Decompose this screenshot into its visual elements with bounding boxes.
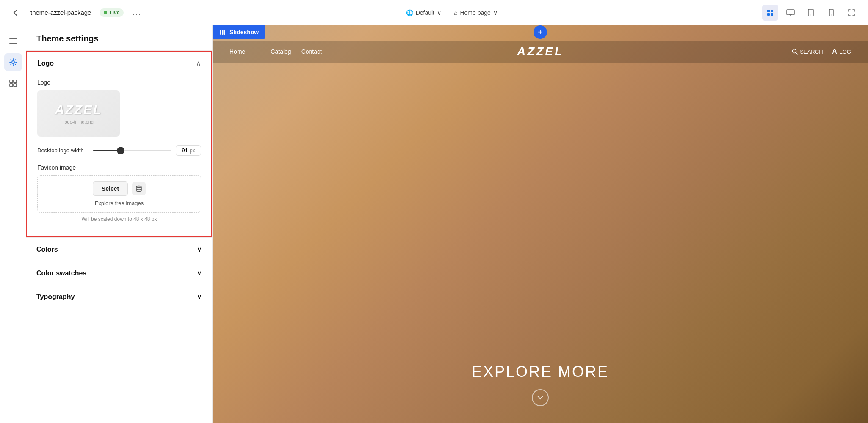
live-badge: Live <box>100 8 124 17</box>
globe-default-selector[interactable]: 🌐 Default ∨ <box>406 9 441 16</box>
favicon-select-box: Select Explore free images <box>37 175 201 213</box>
preview-navigation: Home — Catalog Contact AZZeL SEARCH <box>213 41 868 63</box>
icon-rail <box>0 25 26 423</box>
expand-view-button[interactable] <box>843 5 860 21</box>
svg-point-14 <box>12 61 14 63</box>
brand-logo: AZZeL <box>517 45 564 58</box>
favicon-select-row: Select <box>93 181 146 196</box>
logo-preview-box[interactable]: AZZeL logo-tr_ng.png <box>37 90 120 137</box>
home-icon: ⌂ <box>454 9 457 16</box>
home-page-label: Home page <box>460 9 490 16</box>
rail-menu-icon[interactable] <box>4 32 22 50</box>
logo-width-slider[interactable]: 91 px <box>93 145 201 156</box>
typography-chevron-down-icon: ∨ <box>197 293 202 301</box>
desktop-logo-width-row: Desktop logo width 91 px <box>37 145 201 156</box>
svg-rect-2 <box>767 13 770 16</box>
svg-point-25 <box>833 50 835 52</box>
color-swatches-title: Color swatches <box>36 269 86 277</box>
live-dot <box>104 11 107 14</box>
logo-section-title: Logo <box>37 60 54 67</box>
svg-point-10 <box>831 14 832 15</box>
mobile-view-button[interactable] <box>823 5 839 21</box>
svg-rect-15 <box>10 80 13 83</box>
svg-rect-22 <box>224 30 225 35</box>
svg-rect-3 <box>771 13 773 16</box>
home-page-selector[interactable]: ⌂ Home page ∨ <box>454 9 498 16</box>
select-button[interactable]: Select <box>93 181 128 196</box>
colors-title: Colors <box>36 246 58 253</box>
nav-separator: — <box>255 49 260 55</box>
settings-gear-icon[interactable] <box>4 53 22 71</box>
typography-title: Typography <box>36 293 75 301</box>
view-controls <box>762 5 860 21</box>
slider-value-box: 91 px <box>176 145 201 156</box>
logo-section-header[interactable]: Logo ∧ <box>27 52 211 75</box>
site-name: theme-azzel-package <box>30 9 91 16</box>
live-label: Live <box>109 10 119 16</box>
favicon-row: Favicon image Select <box>37 164 201 222</box>
scroll-down-button[interactable] <box>532 389 549 406</box>
svg-rect-16 <box>14 80 17 83</box>
database-icon[interactable] <box>132 182 146 195</box>
tablet-view-button[interactable] <box>803 5 819 21</box>
sections-grid-icon[interactable] <box>4 74 22 92</box>
typography-section[interactable]: Typography ∨ <box>26 285 212 308</box>
plus-icon: + <box>538 27 543 37</box>
slider-thumb[interactable] <box>117 147 124 154</box>
favicon-hint-text: Will be scaled down to 48 x 48 px <box>37 216 201 222</box>
svg-rect-20 <box>220 30 221 35</box>
nav-links: Home — Catalog Contact <box>229 48 322 55</box>
color-swatches-section[interactable]: Color swatches ∨ <box>26 261 212 285</box>
explore-images-link[interactable]: Explore free images <box>95 200 144 206</box>
svg-line-24 <box>796 53 798 55</box>
hero-background: Home — Catalog Contact AZZeL SEARCH <box>213 25 868 423</box>
svg-rect-17 <box>10 84 13 87</box>
svg-rect-18 <box>14 84 17 87</box>
logo-section: Logo ∧ Logo AZZeL logo-tr_ng.png Desktop… <box>26 51 212 237</box>
svg-point-19 <box>136 186 141 188</box>
add-section-button[interactable]: + <box>534 25 547 39</box>
nav-home[interactable]: Home <box>229 48 245 55</box>
logo-filename: logo-tr_ng.png <box>64 119 94 124</box>
log-label: LOG <box>840 49 851 55</box>
logo-preview-text: AZZeL <box>55 102 102 117</box>
logo-chevron-up-icon: ∧ <box>196 59 201 67</box>
nav-contact[interactable]: Contact <box>301 48 322 55</box>
colors-chevron-down-icon: ∨ <box>197 245 202 253</box>
main-area: Theme settings Logo ∧ Logo AZZeL logo-tr… <box>0 25 868 423</box>
slideshow-icon <box>219 29 226 36</box>
slideshow-bar[interactable]: Slideshow <box>213 25 265 39</box>
home-chevron-icon: ∨ <box>493 9 498 16</box>
globe-chevron-icon: ∨ <box>437 9 441 16</box>
search-label: SEARCH <box>800 49 823 55</box>
slideshow-label: Slideshow <box>229 29 259 36</box>
search-nav-button[interactable]: SEARCH <box>792 49 823 55</box>
settings-panel: Theme settings Logo ∧ Logo AZZeL logo-tr… <box>26 25 213 423</box>
svg-rect-1 <box>771 10 773 12</box>
log-nav-button[interactable]: LOG <box>832 49 851 55</box>
colors-section[interactable]: Colors ∨ <box>26 237 212 261</box>
desktop-view-button[interactable] <box>782 5 799 21</box>
more-options-button[interactable]: ... <box>132 8 141 17</box>
cursor-view-button[interactable] <box>762 5 778 21</box>
slider-value: 91 <box>182 147 188 154</box>
back-button[interactable] <box>8 6 22 19</box>
svg-point-8 <box>810 14 811 15</box>
svg-rect-4 <box>787 10 794 15</box>
nav-right-controls: SEARCH LOG <box>792 49 851 55</box>
browser-bar: theme-azzel-package Live ... 🌐 Default ∨… <box>0 0 868 25</box>
slider-track <box>93 150 171 151</box>
desktop-logo-width-label: Desktop logo width <box>37 147 88 154</box>
svg-rect-21 <box>222 30 224 35</box>
logo-field-label: Logo <box>37 79 201 86</box>
settings-title: Theme settings <box>26 25 212 51</box>
favicon-label: Favicon image <box>37 164 201 171</box>
default-label: Default <box>416 9 434 16</box>
logo-section-content: Logo AZZeL logo-tr_ng.png Desktop logo w… <box>27 75 211 236</box>
preview-area: Slideshow + Home — Catalog Contact AZZeL <box>213 25 868 423</box>
nav-catalog[interactable]: Catalog <box>271 48 291 55</box>
svg-rect-0 <box>767 10 770 12</box>
hero-text: Explore more <box>472 363 609 381</box>
color-swatches-chevron-down-icon: ∨ <box>197 269 202 277</box>
globe-icon: 🌐 <box>406 9 413 16</box>
